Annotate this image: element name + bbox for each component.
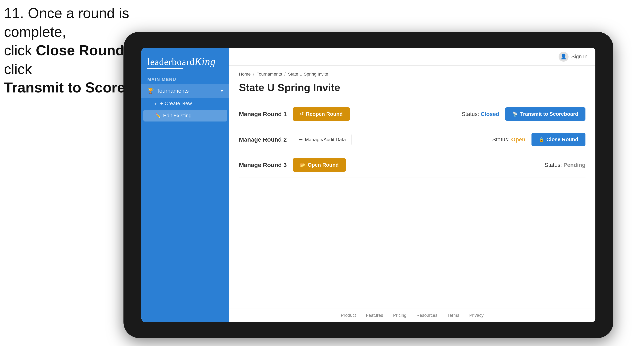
sidebar-item-tournaments[interactable]: 🏆 Tournaments ▾ — [142, 84, 229, 98]
breadcrumb-sep-1: / — [253, 72, 254, 77]
round-3-title: Manage Round 3 — [239, 162, 287, 169]
breadcrumb-home[interactable]: Home — [239, 72, 251, 77]
instruction-line1: 11. Once a round is complete, — [4, 5, 129, 40]
breadcrumb-current: State U Spring Invite — [288, 72, 328, 77]
user-icon: 👤 — [558, 52, 568, 62]
sidebar-logo: leaderboardKing — [142, 48, 229, 73]
close-round-button[interactable]: 🔒 Close Round — [532, 133, 586, 146]
page-title: State U Spring Invite — [239, 82, 586, 93]
chevron-down-icon: ▾ — [221, 88, 223, 93]
app-header: 👤 Sign In — [229, 48, 596, 66]
sign-in-label[interactable]: Sign In — [571, 53, 588, 60]
open-round-label: Open Round — [308, 162, 339, 168]
main-menu-label: MAIN MENU — [142, 73, 229, 84]
edit-existing-label: Edit Existing — [163, 113, 192, 119]
logo-underline — [147, 68, 183, 69]
logo-leaderboard: leaderboardKing — [147, 56, 223, 67]
edit-icon: ✏️ — [155, 113, 161, 118]
tournaments-label: Tournaments — [156, 88, 221, 94]
footer-terms[interactable]: Terms — [448, 313, 460, 318]
round-1-status-label: Status: Closed — [462, 111, 499, 117]
round-3-left: Manage Round 3 📂 Open Round — [239, 158, 346, 172]
manage-audit-label: Manage/Audit Data — [305, 137, 346, 142]
tablet-screen: leaderboardKing MAIN MENU 🏆 Tournaments … — [142, 48, 596, 322]
round-1-title: Manage Round 1 — [239, 111, 287, 118]
page-content: Home / Tournaments / State U Spring Invi… — [229, 66, 596, 308]
breadcrumb: Home / Tournaments / State U Spring Invi… — [239, 72, 586, 77]
round-1-status-value: Closed — [481, 111, 499, 117]
open-round-button[interactable]: 📂 Open Round — [293, 158, 346, 172]
footer-features[interactable]: Features — [366, 313, 383, 318]
round-2-section: Manage Round 2 ☰ Manage/Audit Data Statu… — [239, 127, 586, 152]
app-footer: Product Features Pricing Resources Terms… — [229, 308, 596, 322]
footer-privacy[interactable]: Privacy — [469, 313, 484, 318]
round-2-status-value: Open — [511, 136, 526, 143]
round-3-status-label: Status: Pending — [545, 162, 586, 168]
round-2-title: Manage Round 2 — [239, 136, 287, 143]
reopen-round-button[interactable]: ↺ Reopen Round — [293, 107, 350, 121]
audit-icon: ☰ — [298, 137, 303, 142]
footer-pricing[interactable]: Pricing — [393, 313, 406, 318]
round-3-right: Status: Pending — [545, 162, 586, 168]
round-2-right: Status: Open 🔒 Close Round — [492, 133, 586, 146]
instruction-bold1: Close Round — [36, 42, 124, 58]
transmit-label: Transmit to Scoreboard — [520, 111, 578, 117]
round-2-left: Manage Round 2 ☰ Manage/Audit Data — [239, 134, 352, 145]
instruction-line2: click — [4, 42, 36, 58]
tablet-device: leaderboardKing MAIN MENU 🏆 Tournaments … — [124, 32, 613, 338]
footer-product[interactable]: Product — [341, 313, 356, 318]
round-3-section: Manage Round 3 📂 Open Round Status: Pend… — [239, 152, 586, 178]
round-2-status-label: Status: Open — [492, 136, 526, 143]
footer-resources[interactable]: Resources — [416, 313, 437, 318]
round-1-left: Manage Round 1 ↺ Reopen Round — [239, 107, 350, 121]
reopen-icon: ↺ — [300, 112, 304, 117]
plus-icon: ＋ — [153, 101, 158, 107]
main-content: 👤 Sign In Home / Tournaments / State U S… — [229, 48, 596, 322]
create-new-label: + Create New — [160, 100, 192, 107]
manage-audit-button[interactable]: ☰ Manage/Audit Data — [293, 134, 352, 145]
trophy-icon: 🏆 — [147, 88, 154, 94]
breadcrumb-sep-2: / — [284, 72, 286, 77]
transmit-to-scoreboard-button[interactable]: 📡 Transmit to Scoreboard — [505, 107, 586, 121]
round-3-status-value: Pending — [564, 162, 586, 168]
sidebar-item-create-new[interactable]: ＋ + Create New — [142, 98, 229, 109]
transmit-icon: 📡 — [512, 112, 518, 117]
close-round-icon: 🔒 — [539, 137, 544, 142]
reopen-round-label: Reopen Round — [306, 111, 343, 117]
breadcrumb-tournaments[interactable]: Tournaments — [257, 72, 282, 77]
app-layout: leaderboardKing MAIN MENU 🏆 Tournaments … — [142, 48, 596, 322]
sidebar: leaderboardKing MAIN MENU 🏆 Tournaments … — [142, 48, 229, 322]
round-1-section: Manage Round 1 ↺ Reopen Round Status: Cl… — [239, 101, 586, 127]
open-round-icon: 📂 — [300, 163, 305, 168]
close-round-label: Close Round — [546, 136, 578, 143]
sidebar-item-edit-existing[interactable]: ✏️ Edit Existing — [144, 110, 227, 122]
sign-in-area: 👤 Sign In — [558, 52, 588, 62]
round-1-right: Status: Closed 📡 Transmit to Scoreboard — [462, 107, 586, 121]
